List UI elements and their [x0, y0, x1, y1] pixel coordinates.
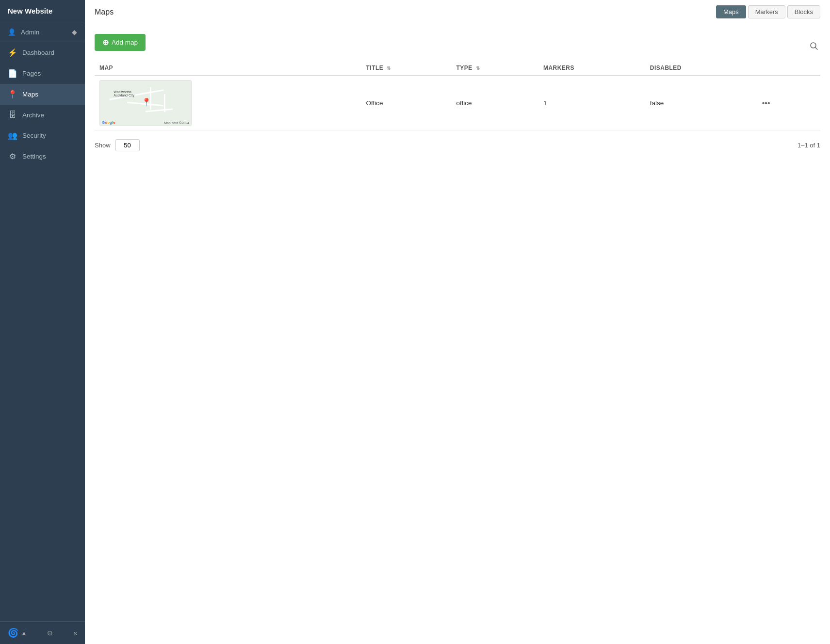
plus-icon: ⊕	[102, 38, 109, 47]
pagination-info: 1–1 of 1	[797, 142, 820, 149]
security-icon: 👥	[8, 131, 17, 140]
sidebar-item-maps[interactable]: 📍 Maps	[0, 84, 85, 105]
title-sort-icon: ⇅	[387, 65, 391, 71]
col-markers: MARKERS	[538, 61, 645, 76]
sidebar-item-pages[interactable]: 📄 Pages	[0, 63, 85, 84]
maps-icon: 📍	[8, 90, 17, 99]
sidebar-item-settings[interactable]: ⚙ Settings	[0, 146, 85, 167]
tab-markers[interactable]: Markers	[748, 5, 785, 18]
col-actions	[753, 61, 820, 76]
sidebar-item-security[interactable]: 👥 Security	[0, 125, 85, 146]
table-header-row: MAP TITLE ⇅ TYPE ⇅ MARKERS DISABLED	[95, 61, 820, 76]
col-type[interactable]: TYPE ⇅	[451, 61, 538, 76]
add-map-button[interactable]: ⊕ Add map	[95, 34, 146, 51]
cell-type: office	[451, 76, 538, 130]
pages-icon: 📄	[8, 69, 17, 78]
app-title: New Website	[0, 0, 85, 22]
sidebar-item-label: Dashboard	[22, 49, 54, 56]
sidebar-item-label: Archive	[22, 112, 44, 119]
sidebar: New Website 👤 Admin ◆ ⚡ Dashboard 📄 Page…	[0, 0, 85, 644]
type-sort-icon: ⇅	[476, 65, 480, 71]
settings-circle-icon[interactable]: ⊙	[47, 629, 53, 637]
add-map-label: Add map	[112, 39, 138, 46]
settings-icon: ⚙	[8, 152, 17, 161]
brand-expand-icon: ▲	[21, 630, 27, 636]
collapse-icon[interactable]: «	[73, 629, 77, 637]
cell-more[interactable]: •••	[753, 76, 820, 130]
search-icon	[810, 42, 818, 50]
map-thumbnail[interactable]: WoolworthsAuckland City 📍 Google Map dat…	[99, 80, 192, 126]
brand-icon: 🌀	[8, 628, 18, 638]
admin-settings-icon[interactable]: ◆	[72, 28, 77, 36]
sidebar-item-archive[interactable]: 🗄 Archive	[0, 105, 85, 125]
cell-map-thumbnail[interactable]: WoolworthsAuckland City 📍 Google Map dat…	[95, 76, 361, 130]
tab-blocks[interactable]: Blocks	[787, 5, 820, 18]
pagination-row: Show 1–1 of 1	[95, 139, 820, 151]
archive-icon: 🗄	[8, 111, 17, 119]
sidebar-bottom: 🌀 ▲ ⊙ «	[0, 621, 85, 644]
sidebar-item-label: Maps	[22, 91, 38, 98]
col-map: MAP	[95, 61, 361, 76]
cell-disabled: false	[645, 76, 753, 130]
show-input[interactable]	[115, 139, 140, 151]
col-disabled: DISABLED	[645, 61, 753, 76]
page-title: Maps	[95, 8, 114, 16]
main-panel: Maps Maps Markers Blocks ⊕ Add map	[85, 0, 830, 644]
sidebar-item-label: Settings	[22, 153, 46, 160]
content-area: ⊕ Add map MAP TITLE ⇅	[85, 24, 830, 644]
admin-icon: 👤	[8, 28, 16, 36]
map-image: WoolworthsAuckland City 📍 Google Map dat…	[100, 80, 191, 126]
admin-row[interactable]: 👤 Admin ◆	[0, 22, 85, 42]
search-button[interactable]	[808, 40, 820, 55]
more-options-button[interactable]: •••	[758, 97, 774, 110]
table-row: WoolworthsAuckland City 📍 Google Map dat…	[95, 76, 820, 130]
cell-markers: 1	[538, 76, 645, 130]
maps-table: MAP TITLE ⇅ TYPE ⇅ MARKERS DISABLED	[95, 61, 820, 130]
show-label: Show	[95, 142, 111, 149]
page-header: Maps Maps Markers Blocks	[85, 0, 830, 24]
col-title[interactable]: TITLE ⇅	[361, 61, 452, 76]
cell-title: Office	[361, 76, 452, 130]
content-header: ⊕ Add map	[95, 34, 820, 61]
admin-label: Admin	[21, 29, 39, 36]
sidebar-item-label: Security	[22, 132, 46, 139]
svg-line-1	[815, 48, 818, 50]
sidebar-item-label: Pages	[22, 70, 41, 77]
tab-maps[interactable]: Maps	[716, 5, 746, 18]
header-tabs: Maps Markers Blocks	[716, 5, 820, 18]
dashboard-icon: ⚡	[8, 48, 17, 57]
sidebar-item-dashboard[interactable]: ⚡ Dashboard	[0, 42, 85, 63]
